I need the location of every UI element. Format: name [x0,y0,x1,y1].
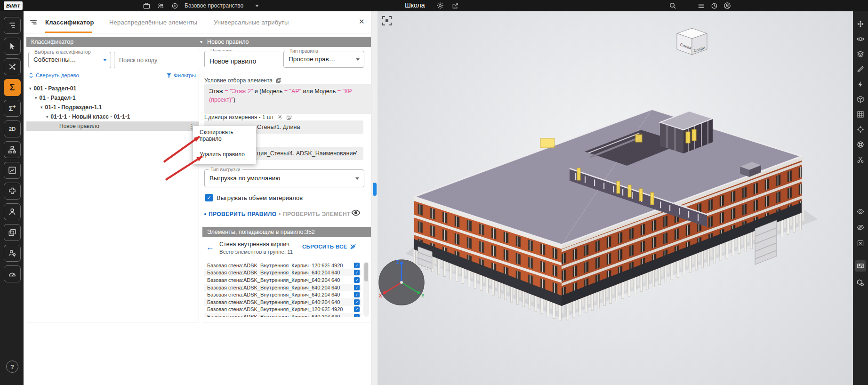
hierarchy-icon[interactable] [4,141,21,158]
elements-section-header[interactable]: Элементы, попадающие в правило:352 [202,227,380,237]
history-clock-icon[interactable] [709,0,719,11]
context-menu-item-copy-rule[interactable]: Скопировать правило [193,126,256,145]
pan-icon[interactable] [855,18,866,30]
section-cut-icon[interactable] [855,154,866,165]
axis-gizmo[interactable]: Z X Y [378,257,427,308]
tree-node-selected[interactable]: Новое правило ⋮ [26,121,199,131]
filters-link[interactable]: Фильтры [166,72,196,78]
collapse-tree-link[interactable]: Свернуть дерево [28,72,79,78]
sigma-add-icon[interactable]: Σ+ [4,100,21,117]
tab-classifier[interactable]: Классификатор [45,11,94,33]
element-checkbox[interactable]: ✓ [354,292,360,297]
hide-eye-icon[interactable] [855,222,866,233]
rule-name-input[interactable] [205,51,289,69]
viewport-3d[interactable]: Слева Сзади Z X Y [378,11,853,385]
view-2d-icon[interactable]: 2D [4,120,21,137]
element-row[interactable]: Базовая стена:ADSK_Внутренняя_Кирпич_120… [204,262,362,269]
view-cube[interactable]: Слева Сзади [674,25,710,58]
element-row[interactable]: Базовая стена:ADSK_Внутренняя_Кирпич_640… [204,284,362,291]
workspace-select[interactable]: Базовое пространство [185,0,259,11]
element-checkbox[interactable]: ✓ [354,285,360,290]
element-row[interactable]: Базовая стена:ADSK_Внутренняя_Кирпич_120… [204,306,362,313]
code-search-input[interactable] [114,52,207,68]
grid-icon[interactable] [855,109,866,120]
elements-list-scrollbar[interactable] [363,262,369,317]
show-eye-icon[interactable] [855,206,866,217]
element-row[interactable]: Базовая стена:ADSK_Внутренняя_Кирпич_640… [204,313,362,317]
scrollbar-thumb[interactable] [373,183,377,196]
search-icon[interactable] [667,0,678,11]
layers-icon[interactable] [855,48,866,60]
panel-scrollbar[interactable] [371,11,378,385]
share-icon[interactable] [450,0,460,11]
sphere-view-icon[interactable] [855,139,866,150]
app-logo[interactable]: BiMiT [4,1,23,10]
rule-type-select[interactable]: Тип правила Простое прав… [283,51,364,68]
element-checkbox[interactable]: ✓ [354,306,360,312]
check-element-button[interactable]: ПРОВЕРИТЬ ЭЛЕМЕНТ [279,211,351,217]
tree-expand-caret[interactable]: ▾ [35,96,37,100]
help-icon[interactable]: ? [6,361,18,373]
element-checkbox[interactable]: ✓ [354,270,360,275]
walls-icon[interactable] [855,260,866,272]
reset-all-button[interactable]: СБРОСИТЬ ВСЁ [302,244,356,249]
cube-view-icon[interactable] [855,94,866,105]
element-checkbox[interactable]: ✓ [354,314,360,317]
materials-checkbox[interactable]: ✓ [205,194,213,201]
tree-node[interactable]: ▾ 001 - Раздел-01 [26,84,199,93]
close-icon[interactable]: ✕ [359,17,365,26]
isolate-box-icon[interactable] [855,238,866,249]
copy-set-icon[interactable] [4,224,21,241]
team-icon[interactable] [155,0,166,11]
element-row[interactable]: Базовая стена:ADSK_Внутренняя_Кирпич_640… [204,269,362,277]
tab-universal-attributes[interactable]: Универсальные атрибуты [214,11,289,33]
context-menu-item-delete-rule[interactable]: Удалить правило [193,145,256,164]
tab-unallocated-elements[interactable]: Нераспределённые элементы [109,11,197,33]
copy-icon[interactable] [276,78,281,83]
orbit-icon[interactable] [855,33,866,45]
element-checkbox[interactable]: ✓ [354,299,360,305]
tree-node[interactable]: ▾ 01 - Раздел-1 [26,93,199,103]
analytics-icon[interactable] [4,162,21,179]
classifier-section-header[interactable]: Классификатор [26,37,208,47]
element-checkbox[interactable]: ✓ [354,263,360,268]
gear-icon[interactable] [277,114,283,120]
menu-list-icon[interactable] [696,0,706,11]
element-row[interactable]: Базовая стена:ADSK_Внутренняя_Кирпич_640… [204,276,362,284]
relations-icon[interactable] [4,58,21,75]
workspace-status-icon[interactable] [169,0,180,11]
copy-icon[interactable] [286,114,292,120]
classifier-sigma-icon[interactable]: Σ [4,79,21,96]
plugins-puzzle-icon[interactable] [4,183,21,200]
classifier-select[interactable]: Выбрать классификатор Собственны… [28,52,111,68]
focus-region-button[interactable] [381,15,393,26]
panel-menu-icon[interactable] [29,18,38,26]
scrollbar-thumb[interactable] [364,263,368,281]
rule-condition-editor[interactable]: Этаж = "Этаж 2" и (Модель = "АР" или Мод… [204,84,373,114]
element-checkbox[interactable]: ✓ [354,277,360,283]
locate-icon[interactable] [855,124,866,135]
check-rule-button[interactable]: ПРОВЕРИТЬ ПРАВИЛО [204,211,276,217]
model-settings-icon[interactable] [855,277,866,289]
tree-expand-caret[interactable]: ▾ [40,105,43,110]
settings-gear-icon[interactable] [435,0,445,11]
export-type-select[interactable]: Тип выгрузки Выгрузка по умолчанию [204,169,364,187]
tree-expand-caret[interactable]: ▾ [29,86,32,91]
element-row[interactable]: Базовая стена:ADSK_Внутренняя_Кирпич_640… [204,291,362,298]
measure-icon[interactable] [855,64,866,75]
tree-node[interactable]: ▾ 01-1-1 - Новый класс - 01-1-1 [26,112,199,121]
briefcase-icon[interactable] [141,0,152,11]
model-tree-icon[interactable] [4,17,21,34]
element-row[interactable]: Базовая стена:ADSK_Внутренняя_Кирпич_640… [204,298,362,306]
user-icon[interactable] [4,203,21,220]
account-icon[interactable] [722,0,732,11]
lightning-icon[interactable] [855,79,866,90]
group-back-icon[interactable]: ← [206,243,214,252]
dashboard-gauge-icon[interactable] [4,265,21,282]
user-location-icon[interactable] [4,245,21,262]
tree-expand-caret[interactable]: ▾ [46,114,48,119]
rule-section-header[interactable]: Новое правило [202,37,380,47]
tree-node[interactable]: ▾ 01-1 - Подраздел-1.1 [26,103,199,112]
preview-eye-icon[interactable] [351,209,361,217]
select-cursor-icon[interactable] [4,38,21,55]
